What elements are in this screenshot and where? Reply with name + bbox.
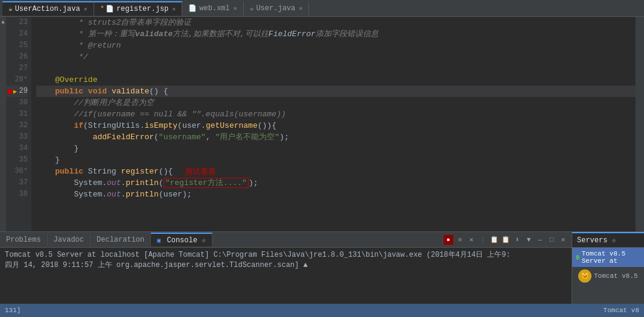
code-line-36: public String register(){ 测试看看 xyxy=(36,166,636,177)
dropdown-arrow-icon[interactable]: ▼ xyxy=(524,235,534,245)
code-37: System.out.println("register方法...."); xyxy=(36,177,258,189)
status-right: Tomcat v8 xyxy=(604,307,639,314)
tab-userjava[interactable]: ☕ User.java ✕ xyxy=(244,2,309,15)
bottom-wrapper: Problems Javadoc Declaration ▣ Console ☆… xyxy=(0,231,644,304)
java-file-icon: ☕ xyxy=(8,5,13,13)
line-num-35: 35 xyxy=(6,154,28,166)
code-line-33: addFieldError("username", "用户名不能为空"); xyxy=(36,131,636,143)
tomcat-badge: 🐱 xyxy=(578,269,591,283)
code-line-24: * 第一种：重写validate方法,如果数据不对,可以往FieldError添… xyxy=(36,28,636,40)
server-name: Tomcat v8.5 Server at xyxy=(582,250,640,265)
line-num-25: 25 xyxy=(6,40,28,51)
comment-24: * 第一种：重写validate方法,如果数据不对,可以往FieldError添… xyxy=(36,28,378,40)
tab-problems[interactable]: Problems xyxy=(0,234,48,246)
code-line-27 xyxy=(36,63,636,74)
code-line-32: if(StringUtils.isEmpty(user.getUsername(… xyxy=(36,120,636,131)
comment-23: * struts2自带表单字段的验证 xyxy=(36,17,191,28)
line-num-37: 37 xyxy=(6,177,28,189)
main-area: ▲ 23 24 25 26 27 28* ▶ 29 30 31 32 33 34… xyxy=(0,17,644,231)
tab-useraction[interactable]: ☕ UserAction.java ✕ xyxy=(2,1,94,16)
code-content[interactable]: * struts2自带表单字段的验证 * 第一种：重写validate方法,如果… xyxy=(31,17,636,231)
tab-javadoc[interactable]: Javadoc xyxy=(48,234,91,246)
tab-bar: ☕ UserAction.java ✕ * 📄 register.jsp ✕ 📄… xyxy=(0,0,644,17)
servers-tab[interactable]: Servers ☆ xyxy=(572,232,644,248)
tab-declaration[interactable]: Declaration xyxy=(91,234,151,246)
paste-icon[interactable]: 📋 xyxy=(501,235,511,245)
close-panel-icon[interactable]: ✕ xyxy=(558,235,568,245)
scroll-down-icon[interactable]: ⬇ xyxy=(512,235,522,245)
tab-javadoc-label: Javadoc xyxy=(54,236,84,244)
line-num-32: 32 xyxy=(6,120,28,131)
modified-indicator: * xyxy=(100,5,104,13)
minimize-icon[interactable]: — xyxy=(535,235,545,245)
annotation-override: @Override xyxy=(36,74,97,86)
tab-label: UserAction.java xyxy=(15,5,80,13)
stop-icon[interactable]: ■ xyxy=(455,235,465,245)
code-line-34: } xyxy=(36,143,636,154)
tab-label: web.xml xyxy=(199,4,229,13)
code-line-38: System.out.println(user); xyxy=(36,189,636,200)
tab-register[interactable]: * 📄 register.jsp ✕ xyxy=(94,1,183,16)
server-item-tomcat[interactable]: Tomcat v8.5 Server at xyxy=(572,248,644,267)
stop-button[interactable]: ■ xyxy=(444,235,453,245)
tab-close-icon[interactable]: ✕ xyxy=(84,5,88,13)
code-33: addFieldError("username", "用户名不能为空"); xyxy=(36,131,289,143)
breakpoint-dot xyxy=(7,89,12,94)
code-38: System.out.println(user); xyxy=(36,189,191,200)
bottom-tab-icons: ■ ■ ✕ | 📋 📋 ⬇ ▼ — □ ✕ xyxy=(444,235,572,245)
line-num-28: 28* xyxy=(6,74,28,86)
server-status-dot xyxy=(576,255,579,260)
code-line-31: //if(username == null && "".equals(usern… xyxy=(36,108,636,120)
line-num-33: 33 xyxy=(6,131,28,143)
status-left: 131] xyxy=(5,307,21,314)
line-num-24: 24 xyxy=(6,28,28,40)
tab-close-icon[interactable]: ✕ xyxy=(299,5,302,12)
tab-label: register.jsp xyxy=(116,5,168,13)
scroll-indicator[interactable] xyxy=(636,17,644,231)
tab-console-label: Console ☆ xyxy=(167,236,206,245)
code-32: if(StringUtils.isEmpty(user.getUsername(… xyxy=(36,120,276,131)
tab-webxml[interactable]: 📄 web.xml ✕ xyxy=(182,2,243,15)
bottom-panel-left: Problems Javadoc Declaration ▣ Console ☆… xyxy=(0,232,572,304)
code-line-28: @Override xyxy=(36,74,636,86)
line-num-36: 36* xyxy=(6,166,28,177)
close-console-icon[interactable]: ✕ xyxy=(467,235,476,245)
console-output: Tomcat v8.5 Server at localhost [Apache … xyxy=(0,248,572,290)
console-line-1: Tomcat v8.5 Server at localhost [Apache … xyxy=(5,250,567,260)
scroll-up-arrow[interactable]: ▲ xyxy=(1,19,4,25)
editor-area: 23 24 25 26 27 28* ▶ 29 30 31 32 33 34 3… xyxy=(6,17,644,231)
comment-26: */ xyxy=(36,51,88,63)
code-line-26: */ xyxy=(36,51,636,63)
comment-25: * @return xyxy=(36,40,121,51)
comment-30: //判断用户名是否为空 xyxy=(36,97,154,108)
console-line-2: 四月 14, 2018 9:11:57 上午 org.apache.jasper… xyxy=(5,260,567,271)
line-num-27: 27 xyxy=(6,63,28,74)
copy-icon[interactable]: 📋 xyxy=(489,235,499,245)
line-num-30: 30 xyxy=(6,97,28,108)
line-num-26: 26 xyxy=(6,51,28,63)
code-29: public void validate() { xyxy=(36,86,168,97)
status-bar: 131] Tomcat v8 xyxy=(0,304,644,317)
tab-close-icon[interactable]: ✕ xyxy=(172,5,176,13)
tab-label: User.java xyxy=(256,4,295,13)
code-line-37: System.out.println("register方法...."); xyxy=(36,177,636,189)
tab-problems-label: Problems xyxy=(6,236,41,244)
code-35: } xyxy=(36,154,60,166)
tab-declaration-label: Declaration xyxy=(97,236,144,244)
tab-console[interactable]: ▣ Console ☆ xyxy=(151,233,212,246)
tomcat-label: Tomcat v8.5 xyxy=(594,272,638,280)
jsp-file-icon: 📄 xyxy=(106,5,114,13)
line-num-31: 31 xyxy=(6,108,28,120)
maximize-icon[interactable]: □ xyxy=(547,235,556,245)
code-34: } xyxy=(36,143,78,154)
servers-label: Servers ☆ xyxy=(577,236,616,245)
code-line-35: } xyxy=(36,154,636,166)
java-file-icon2: ☕ xyxy=(250,4,254,12)
line-num-23: 23 xyxy=(6,17,28,28)
code-line-25: * @return xyxy=(36,40,636,51)
left-gutter: ▲ xyxy=(0,17,6,231)
tab-close-icon[interactable]: ✕ xyxy=(234,5,237,12)
bottom-tab-bar: Problems Javadoc Declaration ▣ Console ☆… xyxy=(0,232,572,248)
code-36: public String register(){ xyxy=(36,166,173,177)
code-line-29: public void validate() { xyxy=(36,86,636,97)
